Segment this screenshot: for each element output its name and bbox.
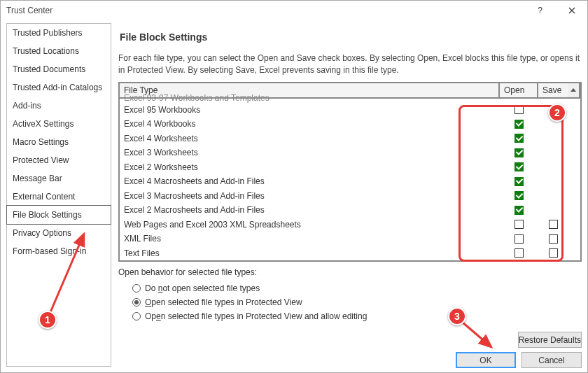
filetype-cell: Text Files (120, 248, 500, 258)
sidebar-item-add-ins[interactable]: Add-ins (7, 97, 111, 115)
table-row[interactable]: Excel 3 Macrosheets and Add-in Files (120, 189, 580, 204)
table-row[interactable]: Text Files (120, 246, 580, 261)
save-cell (538, 234, 568, 244)
open-cell (500, 120, 538, 129)
open-checkbox[interactable] (514, 120, 524, 129)
open-checkbox[interactable] (514, 206, 524, 215)
panel-heading: File Block Settings (120, 31, 582, 43)
filetype-cell: Excel 2 Macrosheets and Add-in Files (120, 205, 500, 215)
sidebar-item-message-bar[interactable]: Message Bar (7, 169, 111, 188)
open-checkbox[interactable] (514, 234, 524, 244)
open-checkbox[interactable] (514, 220, 524, 229)
sidebar-item-privacy-options[interactable]: Privacy Options (7, 224, 111, 242)
filetype-cell: Excel 95 Workbooks (120, 105, 500, 115)
col-save[interactable]: Save (538, 83, 568, 97)
radio-label: Do not open selected file types (145, 283, 260, 293)
open-checkbox[interactable] (514, 162, 524, 171)
cancel-label: Cancel (538, 356, 564, 365)
filetype-cell: Excel 2 Worksheets (120, 162, 500, 172)
restore-defaults-button[interactable]: Restore Defaults (518, 332, 582, 348)
filetype-cell: Excel 3 Macrosheets and Add-in Files (120, 191, 500, 201)
radio-button-icon (132, 312, 141, 321)
filetype-cell: Web Pages and Excel 2003 XML Spreadsheet… (120, 220, 500, 230)
open-checkbox[interactable] (514, 248, 524, 258)
open-checkbox[interactable] (514, 105, 524, 114)
cancel-button[interactable]: Cancel (522, 352, 582, 368)
panel-description: For each file type, you can select the O… (118, 52, 582, 76)
file-type-grid: File Type Open Save Excel 93-97 Workbook… (118, 82, 582, 262)
restore-defaults-label: Restore Defaults (519, 335, 581, 345)
open-cell (500, 177, 538, 186)
sidebar-item-external-content[interactable]: External Content (7, 188, 111, 206)
sidebar-item-file-block-settings[interactable]: File Block Settings (6, 205, 111, 225)
table-row[interactable]: Excel 2 Worksheets (120, 160, 580, 175)
sidebar-item-trusted-documents[interactable]: Trusted Documents (7, 60, 111, 78)
table-row[interactable]: Excel 4 Worksheets (120, 132, 580, 146)
col-open[interactable]: Open (500, 83, 538, 97)
open-cell (500, 134, 538, 143)
radio-label: Open selected file types in Protected Vi… (145, 311, 367, 321)
sidebar-item-macro-settings[interactable]: Macro Settings (7, 133, 111, 151)
filetype-cell: XML Files (120, 234, 500, 244)
sidebar-item-trusted-publishers[interactable]: Trusted Publishers (7, 24, 111, 42)
filetype-cell: Excel 4 Workbooks (120, 119, 500, 129)
open-cell (500, 248, 538, 258)
open-cell (500, 220, 538, 229)
sidebar-item-protected-view[interactable]: Protected View (7, 151, 111, 169)
close-button[interactable] (556, 1, 587, 20)
table-row[interactable]: Web Pages and Excel 2003 XML Spreadsheet… (120, 218, 580, 232)
help-button[interactable]: ? (524, 1, 556, 20)
save-checkbox[interactable] (549, 220, 558, 229)
open-behavior-label: Open behavior for selected file types: (118, 267, 582, 277)
radio-option[interactable]: Open selected file types in Protected Vi… (118, 295, 582, 309)
scroll-up-button[interactable] (568, 83, 580, 97)
sidebar-item-trusted-locations[interactable]: Trusted Locations (7, 42, 111, 60)
radio-label: Open selected file types in Protected Vi… (145, 297, 302, 307)
ok-button[interactable]: OK (456, 352, 516, 368)
open-checkbox[interactable] (514, 134, 524, 143)
annotation-badge-3: 3 (448, 307, 466, 325)
open-cell (500, 148, 538, 157)
open-cell (500, 234, 538, 244)
annotation-badge-2: 2 (548, 104, 566, 122)
filetype-cell: Excel 3 Worksheets (120, 148, 500, 157)
category-sidebar: Trusted PublishersTrusted LocationsTrust… (6, 23, 111, 367)
save-checkbox[interactable] (549, 234, 558, 244)
annotation-badge-1: 1 (38, 311, 57, 329)
open-cell (500, 105, 538, 114)
titlebar: Trust Center ? (1, 1, 587, 20)
save-cell (538, 220, 568, 229)
ok-label: OK (479, 356, 491, 365)
table-row[interactable]: Excel 4 Macrosheets and Add-in Files (120, 174, 580, 189)
table-row[interactable]: Excel 95 Workbooks (120, 103, 580, 118)
radio-option[interactable]: Open selected file types in Protected Vi… (118, 309, 582, 323)
trust-center-dialog: Trust Center ? Trusted PublishersTrusted… (0, 0, 588, 373)
open-checkbox[interactable] (514, 148, 524, 157)
open-cell (500, 206, 538, 215)
table-row[interactable]: Excel 4 Workbooks (120, 117, 580, 132)
save-cell (538, 248, 568, 258)
window-title: Trust Center (6, 6, 524, 15)
open-behavior-group: Open behavior for selected file types: D… (118, 267, 582, 323)
sidebar-item-activex-settings[interactable]: ActiveX Settings (7, 115, 111, 133)
open-cell (500, 191, 538, 200)
table-row[interactable]: Excel 3 Worksheets (120, 146, 580, 160)
radio-button-icon (132, 298, 141, 307)
filetype-cell: Excel 4 Macrosheets and Add-in Files (120, 176, 500, 186)
radio-option[interactable]: Do not open selected file types (118, 281, 582, 295)
open-checkbox[interactable] (514, 177, 524, 186)
radio-button-icon (132, 284, 141, 293)
table-row[interactable]: Excel 2 Macrosheets and Add-in Files (120, 203, 580, 218)
open-checkbox[interactable] (514, 191, 524, 200)
settings-panel: File Block Settings For each file type, … (118, 23, 582, 367)
sidebar-item-form-based-sign-in[interactable]: Form-based Sign-in (7, 242, 111, 260)
sidebar-item-trusted-add-in-catalogs[interactable]: Trusted Add-in Catalogs (7, 78, 111, 97)
table-row[interactable]: XML Files (120, 232, 580, 246)
open-cell (500, 162, 538, 171)
save-checkbox[interactable] (549, 248, 558, 258)
filetype-cell: Excel 4 Worksheets (120, 134, 500, 143)
